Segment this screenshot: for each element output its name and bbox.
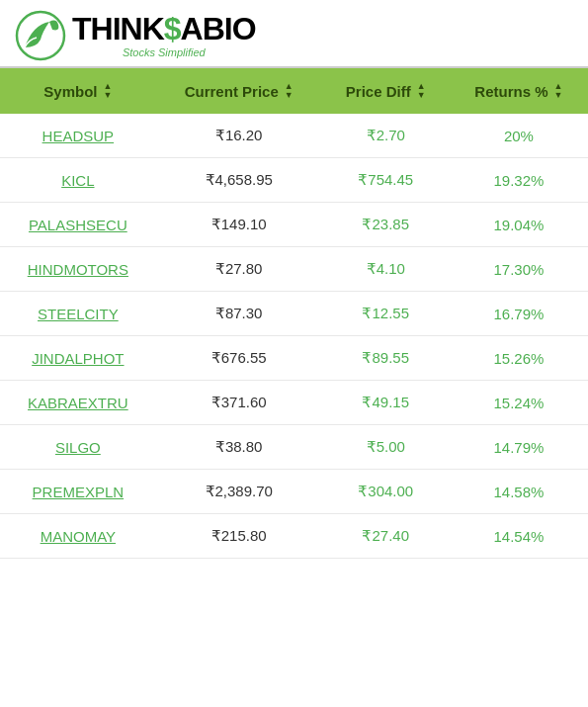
sort-arrows-returns[interactable]: ▲▼ [554,82,563,100]
cell-symbol: MANOMAY [0,514,156,559]
col-returns[interactable]: Returns % ▲▼ [450,68,588,114]
cell-current-price: ₹27.80 [156,247,322,292]
symbol-link[interactable]: PREMEXPLN [33,484,125,500]
table-row: MANOMAY₹215.80₹27.4014.54% [0,514,588,559]
cell-returns-pct: 19.04% [450,203,588,247]
cell-current-price: ₹2,389.70 [156,470,322,514]
brand-abio: ABIO [181,11,256,46]
cell-current-price: ₹4,658.95 [156,158,322,203]
cell-price-diff: ₹754.45 [322,158,450,203]
symbol-link[interactable]: HEADSUP [42,128,115,144]
table-body: HEADSUP₹16.20₹2.7020%KICL₹4,658.95₹754.4… [0,114,588,559]
cell-current-price: ₹215.80 [156,514,322,559]
col-current-price[interactable]: Current Price ▲▼ [156,68,322,114]
cell-returns-pct: 20% [450,114,588,158]
table-row: HEADSUP₹16.20₹2.7020% [0,114,588,158]
table-row: KABRAEXTRU₹371.60₹49.1515.24% [0,381,588,425]
table-row: PREMEXPLN₹2,389.70₹304.0014.58% [0,470,588,514]
cell-symbol: PALASHSECU [0,203,156,247]
sort-arrows-diff[interactable]: ▲▼ [417,82,426,100]
cell-current-price: ₹87.30 [156,292,322,336]
table-row: HINDMOTORS₹27.80₹4.1017.30% [0,247,588,292]
col-symbol[interactable]: Symbol ▲▼ [0,68,156,114]
cell-price-diff: ₹23.85 [322,203,450,247]
cell-symbol: HINDMOTORS [0,247,156,292]
header-row: Symbol ▲▼ Current Price ▲▼ Price Diff ▲▼ [0,68,588,114]
table-row: PALASHSECU₹149.10₹23.8519.04% [0,203,588,247]
symbol-link[interactable]: STEELCITY [38,306,119,322]
symbol-link[interactable]: PALASHSECU [29,217,127,233]
col-returns-label: Returns % [474,83,547,100]
symbol-link[interactable]: KABRAEXTRU [28,395,128,411]
cell-returns-pct: 19.32% [450,158,588,203]
cell-current-price: ₹38.80 [156,425,322,470]
cell-current-price: ₹676.55 [156,336,322,381]
header: THINK$ABIO Stocks Simplified [0,0,588,68]
cell-price-diff: ₹89.55 [322,336,450,381]
symbol-link[interactable]: KICL [61,172,94,189]
cell-symbol: SILGO [0,425,156,470]
table-header: Symbol ▲▼ Current Price ▲▼ Price Diff ▲▼ [0,68,588,114]
cell-price-diff: ₹4.10 [322,247,450,292]
cell-current-price: ₹149.10 [156,203,322,247]
sort-arrows-symbol[interactable]: ▲▼ [103,82,112,100]
cell-returns-pct: 14.58% [450,470,588,514]
cell-returns-pct: 15.24% [450,381,588,425]
table-row: JINDALPHOT₹676.55₹89.5515.26% [0,336,588,381]
symbol-link[interactable]: HINDMOTORS [28,261,128,278]
symbol-link[interactable]: MANOMAY [41,528,116,545]
brand-think: THINK [72,11,164,46]
table-wrapper: Symbol ▲▼ Current Price ▲▼ Price Diff ▲▼ [0,68,588,559]
cell-returns-pct: 14.54% [450,514,588,559]
cell-returns-pct: 16.79% [450,292,588,336]
cell-price-diff: ₹5.00 [322,425,450,470]
table-row: STEELCITY₹87.30₹12.5516.79% [0,292,588,336]
col-current-price-label: Current Price [185,83,279,100]
table-row: SILGO₹38.80₹5.0014.79% [0,425,588,470]
sort-arrows-price[interactable]: ▲▼ [285,82,294,100]
cell-symbol: PREMEXPLN [0,470,156,514]
cell-symbol: JINDALPHOT [0,336,156,381]
cell-symbol: STEELCITY [0,292,156,336]
cell-symbol: HEADSUP [0,114,156,158]
col-symbol-label: Symbol [43,83,97,100]
cell-returns-pct: 17.30% [450,247,588,292]
symbol-link[interactable]: SILGO [55,439,101,456]
cell-symbol: KICL [0,158,156,203]
cell-current-price: ₹371.60 [156,381,322,425]
cell-symbol: KABRAEXTRU [0,381,156,425]
cell-price-diff: ₹27.40 [322,514,450,559]
cell-price-diff: ₹2.70 [322,114,450,158]
logo-tagline: Stocks Simplified [72,46,256,58]
stocks-table: Symbol ▲▼ Current Price ▲▼ Price Diff ▲▼ [0,68,588,559]
cell-returns-pct: 15.26% [450,336,588,381]
logo-container: THINK$ABIO Stocks Simplified [15,10,256,61]
logo-text: THINK$ABIO Stocks Simplified [72,13,256,58]
col-price-diff-label: Price Diff [346,83,411,100]
logo-brand: THINK$ABIO [72,13,256,44]
logo-icon [15,10,66,61]
cell-price-diff: ₹12.55 [322,292,450,336]
table-row: KICL₹4,658.95₹754.4519.32% [0,158,588,203]
cell-current-price: ₹16.20 [156,114,322,158]
cell-price-diff: ₹49.15 [322,381,450,425]
col-price-diff[interactable]: Price Diff ▲▼ [322,68,450,114]
brand-dollar: $ [164,11,181,46]
cell-price-diff: ₹304.00 [322,470,450,514]
cell-returns-pct: 14.79% [450,425,588,470]
symbol-link[interactable]: JINDALPHOT [32,350,124,367]
